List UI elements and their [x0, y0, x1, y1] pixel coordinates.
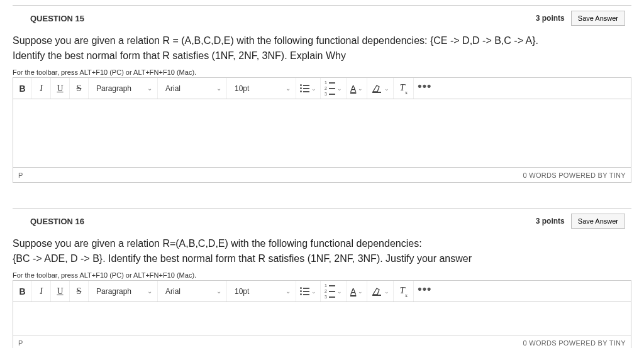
editor-content-area[interactable]	[13, 99, 631, 167]
font-family-select[interactable]: Arial ⌄	[158, 78, 227, 99]
save-answer-button[interactable]: Save Answer	[571, 214, 625, 229]
numbered-list-button[interactable]: 1 2 3 ⌄	[321, 78, 347, 99]
font-size-label: 10pt	[235, 84, 249, 93]
block-format-select[interactable]: Paragraph ⌄	[89, 281, 158, 302]
bullet-list-icon	[300, 84, 309, 92]
question-number: QUESTION 16	[30, 217, 84, 226]
underline-button[interactable]: U	[51, 78, 70, 99]
question-header: QUESTION 15 3 points Save Answer	[13, 11, 631, 26]
points-area: 3 points Save Answer	[536, 11, 625, 26]
editor-content-area[interactable]	[13, 302, 631, 335]
bullet-list-button[interactable]: ⌄	[296, 78, 321, 99]
font-family-label: Arial	[165, 84, 180, 93]
chevron-down-icon: ⌄	[216, 85, 221, 92]
svg-rect-0	[372, 92, 381, 93]
chevron-down-icon: ⌄	[358, 85, 363, 92]
bold-button[interactable]: B	[13, 281, 32, 302]
element-path: P	[18, 171, 23, 179]
bold-button[interactable]: B	[13, 78, 32, 99]
question-prompt: Suppose you are given a relation R = (A,…	[13, 33, 631, 63]
editor-toolbar: B I U S Paragraph ⌄ Arial ⌄ 10pt ⌄	[13, 281, 631, 302]
italic-button[interactable]: I	[32, 78, 51, 99]
points-text: 3 points	[536, 217, 565, 226]
element-path: P	[18, 339, 23, 347]
chevron-down-icon: ⌄	[147, 288, 152, 295]
chevron-down-icon: ⌄	[286, 85, 291, 92]
block-format-select[interactable]: Paragraph ⌄	[89, 78, 158, 99]
numbered-list-icon: 1 2 3	[325, 80, 335, 96]
points-text: 3 points	[536, 14, 565, 23]
toolbar-hint: For the toolbar, press ALT+F10 (PC) or A…	[13, 271, 631, 279]
points-area: 3 points Save Answer	[536, 214, 625, 229]
chevron-down-icon: ⌄	[286, 288, 291, 295]
text-color-icon: A	[350, 84, 356, 94]
word-count: 0 WORDS POWERED BY TINY	[523, 171, 626, 179]
word-count: 0 WORDS POWERED BY TINY	[523, 339, 626, 347]
rich-text-editor: B I U S Paragraph ⌄ Arial ⌄ 10pt ⌄	[13, 77, 631, 183]
highlight-icon	[371, 84, 382, 93]
chevron-down-icon: ⌄	[311, 288, 316, 295]
underline-button[interactable]: U	[51, 281, 70, 302]
chevron-down-icon: ⌄	[337, 288, 342, 295]
editor-statusbar: P 0 WORDS POWERED BY TINY	[13, 335, 631, 348]
numbered-list-button[interactable]: 1 2 3 ⌄	[321, 281, 347, 302]
chevron-down-icon: ⌄	[384, 85, 389, 92]
chevron-down-icon: ⌄	[311, 85, 316, 92]
more-button[interactable]: •••	[414, 78, 435, 99]
numbered-list-icon: 1 2 3	[325, 283, 335, 299]
italic-button[interactable]: I	[32, 281, 51, 302]
block-format-label: Paragraph	[96, 84, 131, 93]
font-family-select[interactable]: Arial ⌄	[158, 281, 227, 302]
chevron-down-icon: ⌄	[384, 288, 389, 295]
toolbar-hint: For the toolbar, press ALT+F10 (PC) or A…	[13, 68, 631, 76]
chevron-down-icon: ⌄	[147, 85, 152, 92]
rich-text-editor: B I U S Paragraph ⌄ Arial ⌄ 10pt ⌄	[13, 280, 631, 348]
more-icon: •••	[418, 80, 431, 93]
chevron-down-icon: ⌄	[358, 288, 363, 295]
strikethrough-button[interactable]: S	[70, 78, 89, 99]
question-header: QUESTION 16 3 points Save Answer	[13, 214, 631, 229]
highlight-icon	[371, 287, 382, 296]
chevron-down-icon: ⌄	[216, 288, 221, 295]
more-button[interactable]: •••	[414, 281, 435, 302]
editor-toolbar: B I U S Paragraph ⌄ Arial ⌄ 10pt ⌄	[13, 78, 631, 99]
chevron-down-icon: ⌄	[337, 85, 342, 92]
background-color-button[interactable]: ⌄	[367, 78, 394, 99]
save-answer-button[interactable]: Save Answer	[571, 11, 625, 26]
font-size-label: 10pt	[235, 287, 249, 296]
clear-formatting-icon: Tx	[399, 285, 408, 297]
font-family-label: Arial	[165, 287, 180, 296]
text-color-button[interactable]: A ⌄	[347, 78, 367, 99]
bullet-list-icon	[300, 287, 309, 295]
strikethrough-button[interactable]: S	[70, 281, 89, 302]
bullet-list-button[interactable]: ⌄	[296, 281, 321, 302]
question-prompt: Suppose you are given a relation R=(A,B,…	[13, 236, 631, 266]
background-color-button[interactable]: ⌄	[367, 281, 394, 302]
question-16: QUESTION 16 3 points Save Answer Suppose…	[13, 208, 631, 348]
font-size-select[interactable]: 10pt ⌄	[227, 281, 296, 302]
text-color-button[interactable]: A ⌄	[347, 281, 367, 302]
more-icon: •••	[418, 283, 431, 296]
clear-formatting-button[interactable]: Tx	[394, 78, 414, 99]
question-15: QUESTION 15 3 points Save Answer Suppose…	[13, 5, 631, 183]
clear-formatting-icon: Tx	[399, 82, 408, 94]
clear-formatting-button[interactable]: Tx	[394, 281, 414, 302]
text-color-icon: A	[350, 286, 356, 296]
editor-statusbar: P 0 WORDS POWERED BY TINY	[13, 167, 631, 182]
block-format-label: Paragraph	[96, 287, 131, 296]
font-size-select[interactable]: 10pt ⌄	[227, 78, 296, 99]
svg-rect-1	[372, 295, 381, 296]
question-number: QUESTION 15	[30, 14, 84, 23]
